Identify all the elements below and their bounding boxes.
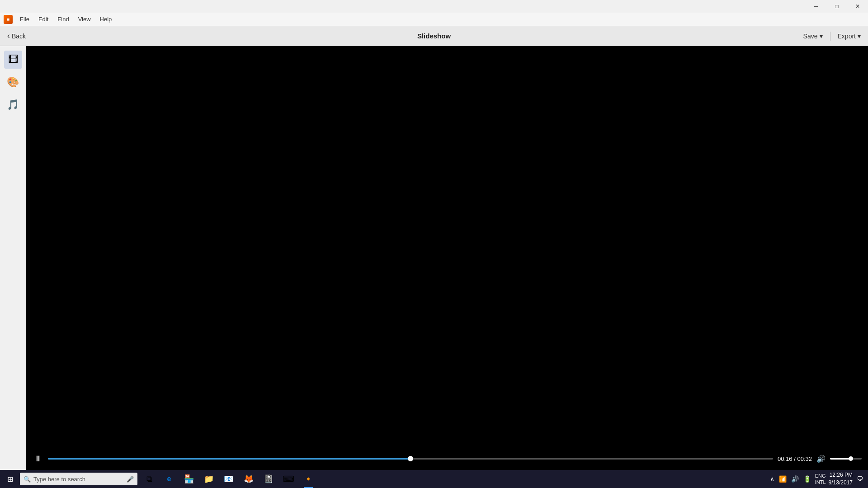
onenote-icon: 📓 [264, 474, 274, 484]
windows-icon: ⊞ [7, 475, 13, 483]
time-separator: / [793, 455, 797, 462]
progress-thumb[interactable] [408, 456, 413, 461]
store-icon: 🏪 [184, 474, 194, 484]
search-placeholder: Type here to search [33, 476, 85, 483]
export-button[interactable]: Export ▾ [830, 26, 868, 46]
code-app[interactable]: ⌨ [278, 470, 298, 488]
app-logo: ■ [4, 15, 13, 24]
current-app-icon: 🔸 [303, 474, 313, 484]
current-app[interactable]: 🔸 [298, 470, 318, 488]
network-icon[interactable]: 📶 [778, 475, 788, 483]
total-time: 00:32 [797, 455, 812, 462]
task-view-icon: ⧉ [146, 474, 152, 484]
video-canvas [26, 46, 868, 470]
explorer-app[interactable]: 📁 [199, 470, 219, 488]
progress-bar[interactable] [48, 457, 773, 460]
outlook-icon: 📧 [224, 474, 234, 484]
taskbar: ⊞ 🔍 Type here to search 🎤 ⧉ e 🏪 📁 📧 🦊 📓 … [0, 470, 868, 488]
video-area: ⏸ 00:16 / 00:32 🔊 [26, 46, 868, 470]
volume-fill [830, 458, 851, 460]
time-display: 00:16 / 00:32 [778, 455, 812, 462]
progress-track[interactable] [48, 458, 773, 460]
menu-bar: ■ File Edit Find View Help [0, 13, 868, 26]
language-indicator[interactable]: ENG INTL [815, 473, 826, 486]
code-icon: ⌨ [283, 474, 294, 484]
music-icon: 🎵 [7, 99, 19, 111]
back-label: Back [12, 33, 26, 40]
tray-expand-icon[interactable]: ∧ [769, 475, 776, 483]
export-label: Export [838, 33, 856, 40]
system-clock[interactable]: 12:26 PM 9/13/2017 [829, 471, 853, 487]
firefox-app[interactable]: 🦊 [239, 470, 259, 488]
page-title: Slideshow [417, 32, 451, 40]
taskbar-right: ∧ 📶 🔊 🔋 ENG INTL 12:26 PM 9/13/2017 🗨 [769, 471, 868, 487]
volume-tray-icon[interactable]: 🔊 [790, 475, 800, 483]
taskbar-apps: ⧉ e 🏪 📁 📧 🦊 📓 ⌨ 🔸 [139, 470, 318, 488]
menu-help[interactable]: Help [95, 14, 117, 24]
save-label: Save [803, 33, 818, 40]
maximize-button[interactable]: □ [826, 0, 847, 13]
save-dropdown-icon[interactable]: ▾ [820, 33, 823, 40]
outlook-app[interactable]: 📧 [219, 470, 239, 488]
sidebar-item-clips[interactable]: 🎞 [4, 51, 22, 69]
edge-icon: e [167, 475, 171, 483]
window-controls: ─ □ ✕ [806, 0, 868, 13]
header-bar: ‹ Back Slideshow Save ▾ Export ▾ [0, 26, 868, 46]
edge-app[interactable]: e [159, 470, 179, 488]
start-button[interactable]: ⊞ [0, 470, 20, 488]
title-bar: ─ □ ✕ [0, 0, 868, 13]
film-icon: 🎞 [8, 54, 18, 66]
progress-fill [48, 458, 410, 460]
battery-icon[interactable]: 🔋 [802, 475, 812, 483]
header-actions: Save ▾ Export ▾ [796, 26, 868, 46]
taskbar-search[interactable]: 🔍 Type here to search 🎤 [20, 473, 137, 485]
menu-view[interactable]: View [74, 14, 95, 24]
volume-thumb[interactable] [849, 456, 853, 461]
system-tray: ∧ 📶 🔊 🔋 [769, 475, 812, 483]
explorer-icon: 📁 [204, 474, 214, 484]
pause-button[interactable]: ⏸ [33, 453, 43, 464]
close-button[interactable]: ✕ [847, 0, 868, 13]
sidebar: 🎞 🎨 🎵 [0, 46, 26, 470]
firefox-icon: 🦊 [244, 474, 254, 484]
clock-time: 12:26 PM [829, 471, 853, 479]
volume-slider[interactable] [830, 458, 862, 460]
playback-bar: ⏸ 00:16 / 00:32 🔊 [26, 447, 868, 470]
palette-icon: 🎨 [7, 76, 19, 88]
main-layout: 🎞 🎨 🎵 ⏸ 00:16 / 00:32 🔊 [0, 46, 868, 470]
menu-edit[interactable]: Edit [34, 14, 53, 24]
task-view-button[interactable]: ⧉ [139, 470, 159, 488]
store-app[interactable]: 🏪 [179, 470, 199, 488]
back-arrow-icon: ‹ [7, 31, 10, 41]
minimize-button[interactable]: ─ [806, 0, 826, 13]
menu-find[interactable]: Find [53, 14, 73, 24]
back-button[interactable]: ‹ Back [0, 26, 33, 46]
clock-date: 9/13/2017 [829, 479, 853, 487]
current-time: 00:16 [778, 455, 793, 462]
search-icon: 🔍 [24, 476, 31, 483]
menu-file[interactable]: File [15, 14, 34, 24]
sidebar-item-music[interactable]: 🎵 [4, 96, 22, 114]
save-button[interactable]: Save ▾ [796, 26, 830, 46]
onenote-app[interactable]: 📓 [259, 470, 278, 488]
microphone-icon[interactable]: 🎤 [127, 476, 134, 483]
volume-icon[interactable]: 🔊 [816, 455, 826, 463]
notification-icon[interactable]: 🗨 [855, 475, 864, 483]
sidebar-item-themes[interactable]: 🎨 [4, 73, 22, 91]
export-dropdown-icon[interactable]: ▾ [858, 33, 861, 40]
